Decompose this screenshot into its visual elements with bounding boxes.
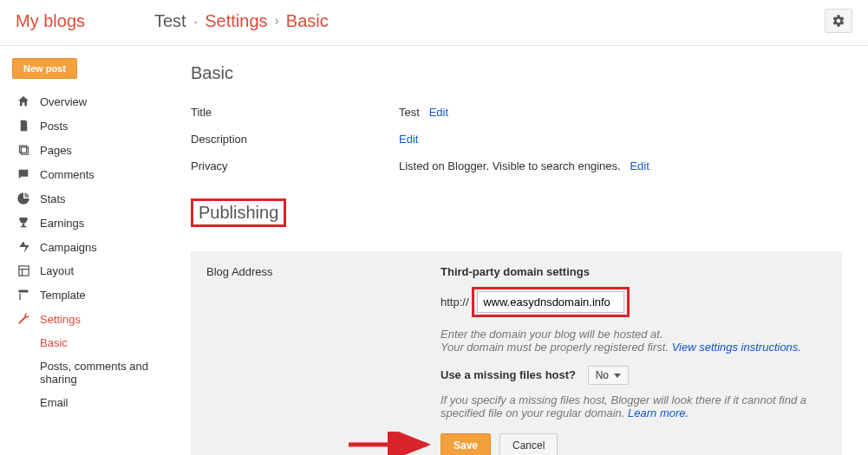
campaign-icon — [16, 240, 31, 254]
missing-files-label: Use a missing files host? — [441, 368, 576, 381]
gear-icon — [832, 14, 845, 28]
comment-icon — [16, 167, 31, 181]
document-icon — [16, 119, 31, 133]
breadcrumb-blog[interactable]: Test — [154, 11, 186, 31]
breadcrumb-page: Basic — [286, 11, 329, 31]
http-prefix: http:// — [441, 296, 469, 309]
breadcrumb-section[interactable]: Settings — [205, 11, 267, 31]
sidebar-item-label: Layout — [40, 264, 74, 277]
publishing-heading: Publishing — [191, 198, 286, 227]
sidebar-item-label: Campaigns — [40, 241, 97, 254]
subnav-posts-comments[interactable]: Posts, comments and sharing — [36, 354, 156, 391]
svg-rect-4 — [19, 294, 20, 300]
layout-icon — [16, 264, 31, 277]
sidebar-item-label: Stats — [40, 192, 66, 205]
basic-heading: Basic — [191, 63, 842, 83]
edit-privacy-link[interactable]: Edit — [630, 159, 649, 172]
breadcrumb: Test · Settings › Basic — [154, 11, 329, 31]
missing-files-hint: If you specify a missing files host, Blo… — [441, 393, 806, 419]
cancel-button[interactable]: Cancel — [499, 433, 558, 455]
learn-more-link[interactable]: Learn more. — [628, 406, 689, 419]
gear-button[interactable] — [825, 9, 852, 33]
edit-title-link[interactable]: Edit — [429, 106, 448, 119]
sidebar-item-campaigns[interactable]: Campaigns — [12, 235, 156, 259]
home-icon — [16, 94, 31, 108]
breadcrumb-dot: · — [193, 11, 199, 31]
save-button[interactable]: Save — [441, 433, 491, 455]
sidebar-item-label: Overview — [40, 95, 87, 108]
privacy-label: Privacy — [191, 159, 399, 172]
privacy-value: Listed on Blogger. Visible to search eng… — [399, 159, 621, 172]
sidebar: New post Overview Posts Pages Comments S… — [0, 46, 156, 455]
topbar: My blogs Test · Settings › Basic — [0, 0, 868, 46]
subnav-email[interactable]: Email — [36, 391, 156, 414]
row-title: Title Test Edit — [191, 99, 842, 126]
svg-rect-0 — [18, 266, 28, 276]
breadcrumb-arrow: › — [275, 13, 279, 29]
caret-down-icon — [614, 374, 621, 378]
brand-title[interactable]: My blogs — [16, 11, 154, 31]
template-icon — [16, 288, 31, 302]
description-label: Description — [191, 133, 399, 146]
view-settings-link[interactable]: View settings instructions. — [672, 341, 801, 354]
subnav-basic[interactable]: Basic — [36, 331, 156, 354]
svg-rect-3 — [19, 290, 29, 293]
title-label: Title — [191, 106, 399, 119]
row-description: Description Edit — [191, 126, 842, 153]
sidebar-item-overview[interactable]: Overview — [12, 89, 156, 114]
missing-files-dropdown[interactable]: No — [588, 366, 629, 385]
sidebar-item-settings[interactable]: Settings — [12, 307, 156, 331]
publishing-section: Publishing Blog Address Third-party doma… — [191, 198, 842, 455]
sidebar-item-pages[interactable]: Pages — [12, 138, 156, 162]
row-privacy: Privacy Listed on Blogger. Visible to se… — [191, 153, 842, 179]
annotation-arrow — [347, 432, 434, 455]
sidebar-item-template[interactable]: Template — [12, 283, 156, 307]
title-value: Test — [399, 106, 420, 119]
sidebar-item-label: Comments — [40, 168, 95, 181]
pages-icon — [16, 143, 31, 157]
domain-hint-2: Your domain must be properly registered … — [441, 341, 672, 354]
edit-description-link[interactable]: Edit — [399, 133, 418, 146]
sidebar-item-stats[interactable]: Stats — [12, 186, 156, 211]
new-post-button[interactable]: New post — [12, 58, 77, 79]
sidebar-item-earnings[interactable]: Earnings — [12, 211, 156, 235]
sidebar-item-label: Pages — [40, 144, 72, 157]
domain-hint-1: Enter the domain your blog will be hoste… — [441, 328, 826, 341]
settings-subnav: Basic Posts, comments and sharing Email — [12, 331, 156, 414]
sidebar-item-comments[interactable]: Comments — [12, 162, 156, 186]
sidebar-item-label: Posts — [40, 120, 69, 133]
third-party-heading: Third-party domain settings — [441, 265, 826, 278]
domain-input[interactable] — [477, 291, 624, 313]
sidebar-item-posts[interactable]: Posts — [12, 114, 156, 138]
sidebar-item-label: Template — [40, 289, 86, 302]
missing-files-value: No — [596, 369, 609, 381]
trophy-icon — [16, 216, 31, 230]
stats-icon — [16, 192, 31, 205]
sidebar-item-layout[interactable]: Layout — [12, 259, 156, 283]
sidebar-item-label: Settings — [40, 313, 81, 326]
wrench-icon — [16, 312, 31, 326]
main-content: Basic Title Test Edit Description Edit P… — [156, 46, 868, 455]
sidebar-item-label: Earnings — [40, 217, 84, 230]
blog-address-label: Blog Address — [206, 265, 273, 278]
publishing-box: Blog Address Third-party domain settings… — [191, 251, 842, 455]
